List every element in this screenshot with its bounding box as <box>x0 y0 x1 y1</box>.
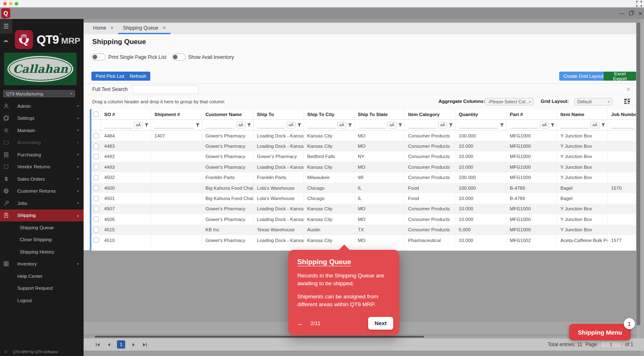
table-row[interactable]: 4510Gower's PharmacyLoading Dock - Kansa… <box>91 235 636 245</box>
window-close-button[interactable]: ✕ <box>637 11 643 16</box>
window-minimize-button[interactable]: — <box>619 11 625 16</box>
tab-shipping-queue[interactable]: Shipping Queue✕ <box>118 23 170 34</box>
filter-funnel-icon[interactable] <box>500 123 504 127</box>
table-row[interactable]: 4515KB IncTexas WarehouseAustinTXConsume… <box>91 225 636 235</box>
filter-input-shipment[interactable] <box>154 122 194 128</box>
filter-funnel-icon[interactable] <box>449 123 453 127</box>
column-header-ship-to[interactable]: Ship To <box>254 109 304 119</box>
sidebar-item-accounting[interactable]: Accounting▼ <box>0 137 84 149</box>
sidebar-subitem-shipping-history[interactable]: Shipping History <box>0 246 84 258</box>
next-page-button[interactable] <box>131 342 136 347</box>
column-header-job-number[interactable]: Job Number <box>608 109 636 119</box>
filter-input-quantity[interactable] <box>459 122 498 128</box>
grid-layout-icon[interactable] <box>624 98 630 105</box>
row-checkbox[interactable] <box>93 237 99 243</box>
filter-funnel-icon[interactable] <box>398 123 402 127</box>
table-row[interactable]: 4507Gower's PharmacyLoading Dock - Kansa… <box>91 204 636 214</box>
sidebar-item-purchasing[interactable]: Purchasing▼ <box>0 149 84 161</box>
print-single-page-toggle[interactable] <box>91 54 105 60</box>
sidebar-item-shipping[interactable]: Shipping▲ <box>0 209 84 222</box>
filter-funnel-icon[interactable] <box>196 123 200 127</box>
filter-funnel-icon[interactable] <box>348 123 352 127</box>
table-row[interactable]: 4506Gower's PharmacyLoading Dock - Kansa… <box>91 214 636 224</box>
company-select[interactable]: QT9 Manufacturing ▾ <box>3 90 75 97</box>
column-header-customer-name[interactable]: Customer Name <box>202 109 254 119</box>
create-grid-layout-button[interactable]: Create Grid Layout <box>559 72 607 81</box>
match-case-button[interactable]: aA <box>590 122 600 128</box>
match-case-button[interactable]: aA <box>337 122 346 128</box>
row-checkbox[interactable] <box>93 196 99 201</box>
column-header-ship-to-city[interactable]: Ship To City <box>304 109 355 119</box>
clear-search-icon[interactable]: ✕ <box>626 86 630 92</box>
sidebar-item-sales-orders[interactable]: $Sales Orders▼ <box>0 173 84 185</box>
row-checkbox[interactable] <box>93 185 99 191</box>
filter-funnel-icon[interactable] <box>247 123 251 127</box>
sidebar-item-customer-returns[interactable]: Customer Returns▼ <box>0 185 84 198</box>
table-row[interactable]: 4483Gower's PharmacyLoading Dock - Kansa… <box>91 141 636 151</box>
column-header-ship-to-state[interactable]: Ship To State <box>355 109 405 119</box>
prev-page-button[interactable] <box>106 342 112 347</box>
expand-corners-icon[interactable] <box>636 1 642 7</box>
row-checkbox[interactable] <box>93 133 99 138</box>
vertical-scrollbar[interactable] <box>637 23 640 350</box>
table-row[interactable]: 44841407Gower's PharmacyLoading Dock - K… <box>91 130 636 141</box>
refresh-button[interactable]: Refresh <box>126 72 150 81</box>
row-checkbox[interactable] <box>93 206 99 212</box>
mac-close-button[interactable] <box>3 2 7 5</box>
window-restore-button[interactable] <box>629 12 633 15</box>
full-text-search-input[interactable] <box>133 85 198 94</box>
aggregate-columns-select[interactable]: -Please Select Col... ▾ <box>485 98 534 105</box>
row-checkbox[interactable] <box>93 144 99 149</box>
sidebar-item-settings[interactable]: Settings▼ <box>0 112 84 125</box>
sidebar-subitem-shipping-queue[interactable]: Shipping Queue <box>0 221 84 234</box>
column-header-shipment[interactable]: Shipment # <box>151 109 202 119</box>
filter-input-customer-name[interactable] <box>205 122 235 128</box>
row-checkbox[interactable] <box>93 164 99 170</box>
filter-input-so[interactable] <box>104 122 132 128</box>
filter-input-item-name[interactable] <box>560 122 589 128</box>
row-checkbox[interactable] <box>93 227 99 233</box>
match-case-button[interactable]: aA <box>540 122 549 128</box>
filter-input-ship-to-city[interactable] <box>307 122 336 128</box>
table-row[interactable]: 4502Franklin PartsFranklin PartsMilwauke… <box>91 172 636 183</box>
filter-input-ship-to-state[interactable] <box>358 122 386 128</box>
filter-funnel-icon[interactable] <box>297 123 301 127</box>
sidebar-item-logout[interactable]: Logout <box>0 294 84 307</box>
sidebar-item-support-request[interactable]: Support Request <box>0 282 84 295</box>
filter-funnel-icon[interactable] <box>601 123 605 127</box>
tab-close-icon[interactable]: ✕ <box>110 26 114 30</box>
sidebar-subitem-close-shipping[interactable]: Close Shipping <box>0 234 84 246</box>
horizontal-scrollbar-thumb[interactable] <box>95 336 424 337</box>
column-header-so[interactable]: SO # <box>101 109 151 119</box>
filter-funnel-icon[interactable] <box>551 123 555 127</box>
match-case-button[interactable]: aA <box>134 122 143 128</box>
column-header-item-category[interactable]: Item Category <box>405 109 455 119</box>
grid-layout-select[interactable]: Default ▾ <box>574 98 612 105</box>
match-case-button[interactable]: aA <box>236 122 245 128</box>
sidebar-item-maintain[interactable]: Maintain▼ <box>0 124 84 137</box>
sidebar-item-vendor-returns[interactable]: Vendor Returns▼ <box>0 161 84 173</box>
sidebar-item-admin[interactable]: Admin▼ <box>0 100 84 112</box>
sidebar-item-help-center[interactable]: Help Center <box>0 270 84 282</box>
table-row[interactable]: 4501Big Kahuna Food ChairLola's Warehous… <box>91 193 636 203</box>
first-page-button[interactable] <box>95 342 100 347</box>
last-page-button[interactable] <box>142 342 147 347</box>
match-case-button[interactable]: aA <box>387 122 397 128</box>
shipping-menu-button[interactable]: Shipping Menu 1 <box>569 324 631 340</box>
hamburger-menu-icon[interactable]: ☰ <box>0 19 12 34</box>
table-row[interactable]: 4492Gower's PharmacyGower's PharmacyBedf… <box>91 151 636 162</box>
match-case-button[interactable]: aA <box>438 122 447 128</box>
filter-input-ship-to[interactable] <box>257 122 285 128</box>
tab-close-icon[interactable]: ✕ <box>162 26 166 30</box>
print-pick-list-button[interactable]: Print Pick List <box>91 72 128 81</box>
show-avail-inventory-toggle[interactable] <box>172 54 186 60</box>
excel-export-button[interactable]: Excel Export <box>604 72 636 81</box>
back-arrow-icon[interactable]: ← <box>297 320 304 327</box>
filter-funnel-icon[interactable] <box>145 123 149 127</box>
sidebar-item-jobs[interactable]: Jobs▼ <box>0 197 84 209</box>
filter-input-item-category[interactable] <box>408 122 436 128</box>
sidebar-item-inventory[interactable]: Inventory▼ <box>0 258 84 270</box>
tour-next-button[interactable]: Next <box>368 317 393 330</box>
mac-zoom-button[interactable] <box>15 2 18 5</box>
table-row[interactable]: 4500Big Kahuna Food ChairLola's Warehous… <box>91 183 636 193</box>
